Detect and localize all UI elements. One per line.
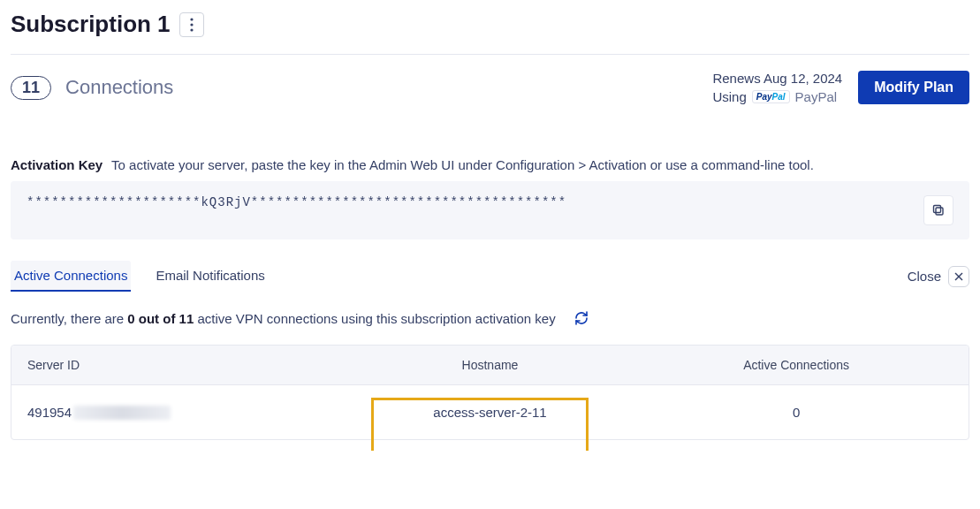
svg-point-0 xyxy=(190,18,193,20)
paypal-icon: PayPal xyxy=(752,90,790,103)
close-icon xyxy=(948,266,969,287)
refresh-button[interactable] xyxy=(568,309,595,327)
divider xyxy=(11,54,969,55)
renews-text: Renews Aug 12, 2024 xyxy=(712,71,842,86)
activation-key-description: To activate your server, paste the key i… xyxy=(111,157,814,172)
modify-plan-button[interactable]: Modify Plan xyxy=(858,71,969,104)
using-prefix: Using xyxy=(712,89,746,104)
more-actions-button[interactable] xyxy=(179,12,204,37)
connections-label: Connections xyxy=(65,76,173,99)
copy-icon xyxy=(931,203,946,217)
page-title: Subscription 1 xyxy=(11,11,171,38)
svg-rect-3 xyxy=(936,208,943,215)
svg-point-2 xyxy=(190,28,193,31)
refresh-icon xyxy=(574,310,589,326)
activation-key-label: Activation Key xyxy=(11,157,103,172)
close-label: Close xyxy=(908,269,941,284)
activation-key-value: *********************kQ3RjV*************… xyxy=(27,195,566,209)
table-row: 491954 access-server-2-11 0 xyxy=(11,385,969,439)
tab-active-connections[interactable]: Active Connections xyxy=(11,261,131,292)
tab-email-notifications[interactable]: Email Notifications xyxy=(152,261,268,292)
cell-server-id: 491954 xyxy=(27,405,340,420)
redacted-mask xyxy=(73,406,171,420)
svg-rect-4 xyxy=(934,206,941,213)
status-text: Currently, there are 0 out of 11 active … xyxy=(11,311,556,326)
th-server-id: Server ID xyxy=(11,346,356,385)
cell-hostname: access-server-2-11 xyxy=(356,385,624,439)
kebab-icon xyxy=(190,18,194,32)
th-hostname: Hostname xyxy=(356,346,624,385)
svg-point-1 xyxy=(190,23,193,26)
copy-key-button[interactable] xyxy=(923,195,953,225)
connections-count-pill: 11 xyxy=(11,76,51,100)
cell-active-connections: 0 xyxy=(624,385,969,439)
th-active-connections: Active Connections xyxy=(624,346,969,385)
close-button[interactable]: Close xyxy=(908,266,969,287)
payment-method-text: PayPal xyxy=(795,89,838,104)
connections-table: Server ID Hostname Active Connections 49… xyxy=(11,345,969,440)
